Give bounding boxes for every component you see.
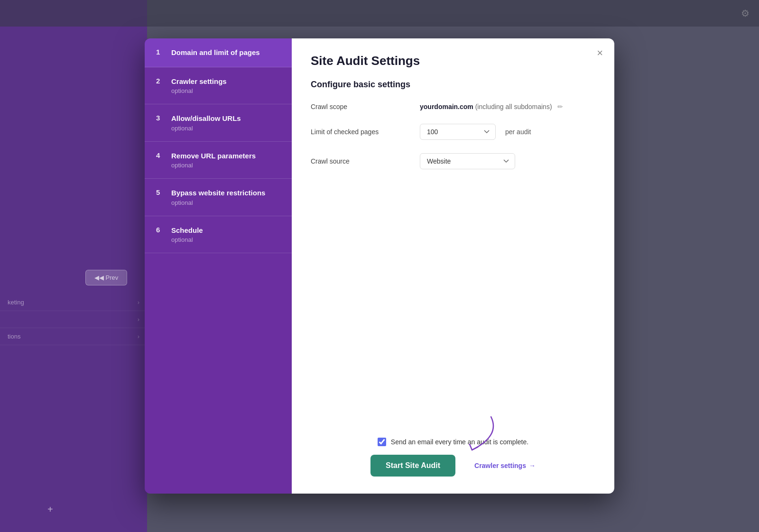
modal-footer: Send an email every time an audit is com… xyxy=(292,428,614,494)
bg-nav-item-2: › xyxy=(0,311,147,328)
background-sidebar xyxy=(0,0,147,532)
prev-label: ◀◀ Prev xyxy=(94,274,118,281)
plus-label: + xyxy=(47,504,53,514)
step-6-title: Schedule xyxy=(171,226,203,235)
bg-nav-item-tions: tions › xyxy=(0,328,147,345)
bg-nav-label-tions: tions xyxy=(8,333,20,340)
limit-pages-select[interactable]: 100 500 1000 5000 10000 xyxy=(420,124,496,140)
crawler-settings-link-label: Crawler settings xyxy=(474,462,526,469)
email-notification-checkbox[interactable] xyxy=(378,438,386,446)
step-3-content: Allow/disallow URLs optional xyxy=(171,114,241,132)
crawl-scope-domain: yourdomain.com xyxy=(420,103,473,110)
step-6-subtitle: optional xyxy=(171,236,203,243)
step-3-subtitle: optional xyxy=(171,125,241,132)
bg-nav-arrow-2: › xyxy=(138,316,139,323)
email-notification-row: Send an email every time an audit is com… xyxy=(378,438,528,446)
crawl-scope-row: Crawl scope yourdomain.com (including al… xyxy=(311,103,595,110)
step-2-title: Crawler settings xyxy=(171,77,227,86)
step-2-crawler[interactable]: 2 Crawler settings optional xyxy=(145,67,292,105)
background-nav: keting › › tions › xyxy=(0,294,147,345)
step-4-subtitle: optional xyxy=(171,162,256,169)
crawl-source-select[interactable]: Website Sitemap Google Search Console xyxy=(420,153,515,169)
step-5-bypass[interactable]: 5 Bypass website restrictions optional xyxy=(145,179,292,216)
crawl-source-row: Crawl source Website Sitemap Google Sear… xyxy=(311,153,595,169)
start-site-audit-button[interactable]: Start Site Audit xyxy=(370,455,455,477)
step-5-title: Bypass website restrictions xyxy=(171,188,265,198)
step-4-remove-url[interactable]: 4 Remove URL parameters optional xyxy=(145,142,292,179)
step-2-subtitle: optional xyxy=(171,87,227,94)
step-4-number: 4 xyxy=(156,151,165,159)
step-6-number: 6 xyxy=(156,226,165,234)
bg-nav-arrow-marketing: › xyxy=(138,299,139,306)
edit-domain-icon[interactable]: ✏ xyxy=(557,103,563,110)
step-1-number: 1 xyxy=(156,48,165,56)
crawl-scope-label: Crawl scope xyxy=(311,103,410,110)
footer-buttons: Start Site Audit Crawler settings → xyxy=(311,455,595,477)
step-2-number: 2 xyxy=(156,77,165,85)
limit-pages-row: Limit of checked pages 100 500 1000 5000… xyxy=(311,124,595,140)
crawl-scope-suffix-text: (including all subdomains) xyxy=(475,103,552,110)
site-audit-settings-modal: 1 Domain and limit of pages 2 Crawler se… xyxy=(145,38,614,494)
background-topbar: ⚙ xyxy=(0,0,759,27)
limit-pages-label: Limit of checked pages xyxy=(311,128,410,136)
steps-panel: 1 Domain and limit of pages 2 Crawler se… xyxy=(145,38,292,494)
step-5-content: Bypass website restrictions optional xyxy=(171,188,265,206)
content-panel: × Site Audit Settings Configure basic se… xyxy=(292,38,614,494)
form-area: Crawl scope yourdomain.com (including al… xyxy=(292,103,614,428)
background-prev-button: ◀◀ Prev xyxy=(85,270,127,285)
crawler-settings-arrow: → xyxy=(529,462,536,469)
step-3-allow[interactable]: 3 Allow/disallow URLs optional xyxy=(145,104,292,142)
modal-title: Site Audit Settings xyxy=(311,54,595,68)
per-audit-text: per audit xyxy=(505,128,531,136)
close-button[interactable]: × xyxy=(597,48,603,58)
step-1-domain[interactable]: 1 Domain and limit of pages xyxy=(145,38,292,67)
bg-nav-arrow-tions: › xyxy=(138,333,139,340)
step-1-title: Domain and limit of pages xyxy=(171,48,260,57)
step-5-subtitle: optional xyxy=(171,199,265,206)
gear-icon: ⚙ xyxy=(741,8,750,19)
section-title: Configure basic settings xyxy=(311,80,595,90)
email-notification-label: Send an email every time an audit is com… xyxy=(391,438,528,446)
crawl-source-label: Crawl source xyxy=(311,157,410,165)
crawler-settings-link[interactable]: Crawler settings → xyxy=(474,462,536,469)
step-6-content: Schedule optional xyxy=(171,226,203,244)
step-5-number: 5 xyxy=(156,188,165,196)
step-4-content: Remove URL parameters optional xyxy=(171,151,256,169)
step-6-schedule[interactable]: 6 Schedule optional xyxy=(145,216,292,254)
step-3-title: Allow/disallow URLs xyxy=(171,114,241,123)
bg-nav-item-marketing: keting › xyxy=(0,294,147,311)
background-plus-button: + xyxy=(47,504,53,515)
step-3-number: 3 xyxy=(156,114,165,122)
step-1-content: Domain and limit of pages xyxy=(171,48,260,57)
crawl-scope-value: yourdomain.com (including all subdomains… xyxy=(420,103,563,110)
bg-nav-label-marketing: keting xyxy=(8,299,24,306)
step-4-title: Remove URL parameters xyxy=(171,151,256,161)
step-2-content: Crawler settings optional xyxy=(171,77,227,95)
modal-header: Site Audit Settings Configure basic sett… xyxy=(292,38,614,103)
